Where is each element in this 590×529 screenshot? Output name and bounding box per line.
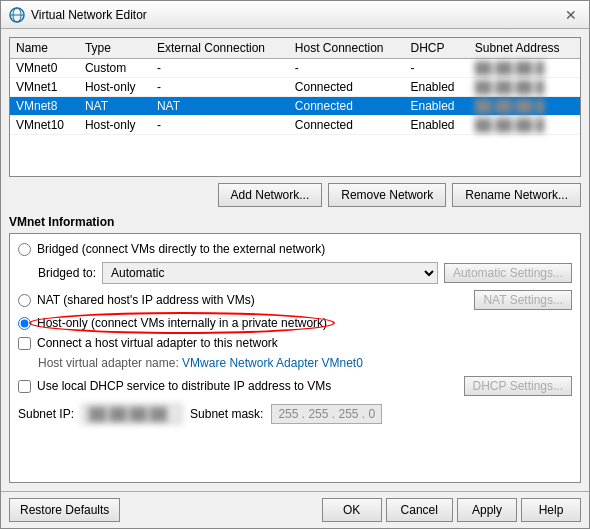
nat-radio-row: NAT (shared host's IP address with VMs)	[18, 293, 255, 307]
table-cell-type: Host-only	[79, 78, 151, 97]
table-cell-subnet: ██.██.██.█	[469, 59, 580, 78]
table-cell-external: -	[151, 116, 289, 135]
table-cell-dhcp: Enabled	[405, 78, 469, 97]
rename-network-button[interactable]: Rename Network...	[452, 183, 581, 207]
subnet-ip-value: ██.██.██.██	[82, 404, 182, 424]
close-button[interactable]: ✕	[561, 5, 581, 25]
subnet-mask-value: 255 . 255 . 255 . 0	[271, 404, 382, 424]
col-dhcp: DHCP	[405, 38, 469, 59]
table-cell-host: Connected	[289, 78, 405, 97]
dhcp-row: Use local DHCP service to distribute IP …	[18, 376, 572, 396]
table-cell-dhcp: Enabled	[405, 97, 469, 116]
ok-button[interactable]: OK	[322, 498, 382, 522]
table-cell-type: Custom	[79, 59, 151, 78]
table-cell-type: NAT	[79, 97, 151, 116]
cancel-button[interactable]: Cancel	[386, 498, 453, 522]
table-cell-host: Connected	[289, 116, 405, 135]
help-button[interactable]: Help	[521, 498, 581, 522]
bottom-bar: Restore Defaults OK Cancel Apply Help	[1, 491, 589, 528]
main-content: Name Type External Connection Host Conne…	[1, 29, 589, 491]
subnet-ip-label: Subnet IP:	[18, 407, 74, 421]
table-cell-name: VMnet0	[10, 59, 79, 78]
add-network-button[interactable]: Add Network...	[218, 183, 323, 207]
table-cell-dhcp: -	[405, 59, 469, 78]
titlebar: Virtual Network Editor ✕	[1, 1, 589, 29]
table-cell-external: -	[151, 59, 289, 78]
col-subnet: Subnet Address	[469, 38, 580, 59]
table-row[interactable]: VMnet8NATNATConnectedEnabled██.██.██.█	[10, 97, 580, 116]
nat-radio[interactable]	[18, 294, 31, 307]
table-cell-subnet: ██.██.██.█	[469, 97, 580, 116]
col-host: Host Connection	[289, 38, 405, 59]
dhcp-checkbox[interactable]	[18, 380, 31, 393]
window-title: Virtual Network Editor	[31, 8, 561, 22]
bridged-to-select[interactable]: Automatic	[102, 262, 438, 284]
nat-option-row: NAT (shared host's IP address with VMs) …	[18, 290, 572, 310]
table-cell-name: VMnet10	[10, 116, 79, 135]
table-cell-host: -	[289, 59, 405, 78]
main-window: Virtual Network Editor ✕ Name Type Exter…	[0, 0, 590, 529]
table-row[interactable]: VMnet0Custom---██.██.██.█	[10, 59, 580, 78]
table-cell-subnet: ██.██.██.█	[469, 78, 580, 97]
vmnet-info-panel: Bridged (connect VMs directly to the ext…	[9, 233, 581, 483]
table-cell-dhcp: Enabled	[405, 116, 469, 135]
network-table: Name Type External Connection Host Conne…	[10, 38, 580, 135]
col-external: External Connection	[151, 38, 289, 59]
host-only-option-row: Host-only (connect VMs internally in a p…	[18, 316, 572, 330]
automatic-settings-button[interactable]: Automatic Settings...	[444, 263, 572, 283]
restore-defaults-button[interactable]: Restore Defaults	[9, 498, 120, 522]
network-action-buttons: Add Network... Remove Network Rename Net…	[9, 183, 581, 207]
dhcp-label[interactable]: Use local DHCP service to distribute IP …	[37, 379, 331, 393]
remove-network-button[interactable]: Remove Network	[328, 183, 446, 207]
host-only-label[interactable]: Host-only (connect VMs internally in a p…	[37, 316, 327, 330]
dhcp-checkbox-row: Use local DHCP service to distribute IP …	[18, 379, 331, 393]
apply-button[interactable]: Apply	[457, 498, 517, 522]
nat-settings-button[interactable]: NAT Settings...	[474, 290, 572, 310]
subnet-row: Subnet IP: ██.██.██.██ Subnet mask: 255 …	[18, 404, 572, 424]
host-only-wrapper: Host-only (connect VMs internally in a p…	[37, 316, 327, 330]
table-cell-external: -	[151, 78, 289, 97]
bridged-option-row: Bridged (connect VMs directly to the ext…	[18, 242, 572, 256]
connect-adapter-checkbox[interactable]	[18, 337, 31, 350]
bridged-label[interactable]: Bridged (connect VMs directly to the ext…	[37, 242, 325, 256]
bridged-to-row: Bridged to: Automatic Automatic Settings…	[38, 262, 572, 284]
dhcp-settings-button[interactable]: DHCP Settings...	[464, 376, 572, 396]
table-row[interactable]: VMnet1Host-only-ConnectedEnabled██.██.██…	[10, 78, 580, 97]
table-row[interactable]: VMnet10Host-only-ConnectedEnabled██.██.█…	[10, 116, 580, 135]
nat-label[interactable]: NAT (shared host's IP address with VMs)	[37, 293, 255, 307]
bridged-radio[interactable]	[18, 243, 31, 256]
subnet-mask-label: Subnet mask:	[190, 407, 263, 421]
host-only-radio[interactable]	[18, 317, 31, 330]
network-table-container: Name Type External Connection Host Conne…	[9, 37, 581, 177]
vmnet-section-title: VMnet Information	[9, 215, 581, 229]
connect-adapter-label[interactable]: Connect a host virtual adapter to this n…	[37, 336, 278, 350]
table-cell-external: NAT	[151, 97, 289, 116]
adapter-name-row: Host virtual adapter name: VMware Networ…	[38, 356, 572, 370]
col-type: Type	[79, 38, 151, 59]
adapter-name-label: Host virtual adapter name:	[38, 356, 179, 370]
table-cell-name: VMnet8	[10, 97, 79, 116]
table-cell-subnet: ██.██.██.█	[469, 116, 580, 135]
col-name: Name	[10, 38, 79, 59]
adapter-name-value: VMware Network Adapter VMnet0	[182, 356, 363, 370]
connect-adapter-row: Connect a host virtual adapter to this n…	[18, 336, 572, 350]
app-icon	[9, 7, 25, 23]
table-cell-name: VMnet1	[10, 78, 79, 97]
table-cell-host: Connected	[289, 97, 405, 116]
table-cell-type: Host-only	[79, 116, 151, 135]
bridged-to-label: Bridged to:	[38, 266, 96, 280]
